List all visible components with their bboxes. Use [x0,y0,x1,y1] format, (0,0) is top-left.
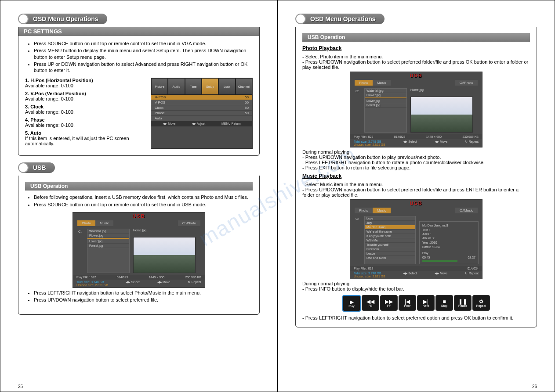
btn-label: Next [423,304,429,307]
stop-button[interactable]: ■Stop [435,295,453,311]
header-circle-icon [18,14,29,24]
next-icon: ▶| [423,299,428,304]
prev-icon: |◀ [405,299,410,304]
rewind-icon: ◀◀ [366,299,374,304]
file-row: Mu Dan Jiang [365,225,415,230]
osd-tab: Channel [236,78,252,95]
setting-desc: Available range: 0-100. [25,122,75,128]
bullet-item: Press SOURCE button on unit top or remot… [34,40,253,47]
file-row: Flower.jpg [87,234,129,238]
page-number-r: 26 [532,384,537,389]
page-number: 25 [18,384,23,389]
file-row: If only you're here [365,234,415,238]
filesize: 230.985 KB [462,135,479,138]
file-row: Forest.jpg [87,244,129,248]
file-row: We're all the same [365,230,415,234]
play-button[interactable]: ▶Play [342,295,361,312]
music-note-2: - Press LEFT/RIGHT navigation button to … [302,315,530,320]
unused-size: Unused size: 2.821 GB [354,275,385,278]
control-hint: ◀▶ Move [157,281,170,287]
photo-note: - Press LEFT/RIGHT navigation button to … [302,160,530,165]
preview-image [410,97,473,133]
music-playback-screenshot: USB Photo Music C:\Music C: Love July Mu… [350,199,482,279]
forward-icon: ▶▶ [385,299,393,304]
setting-title: 4. Phase [25,117,45,122]
playback-toolbar: ▶Play ◀◀FB ▶▶FF |◀Prev ▶|Next ■Stop ❚❚Pa… [302,295,530,312]
usb-tab: Music [373,80,391,86]
section-header-osd-r: OSD Menu Operations [295,14,537,24]
control-hint: ◀▶ Move [435,140,447,146]
music-note-1: - Press INFO button to display/hide the … [302,286,530,291]
preview-filename: Home.jpg [133,229,201,232]
music-playback-title: Music Playback [302,173,530,179]
play-info: Play File : 022 [76,276,96,279]
play-count: 014/023 [394,135,405,138]
fb-button[interactable]: ◀◀FB [362,295,379,311]
usb-tab: Music [95,220,113,226]
btn-label: FF [387,304,391,307]
control-hint: ↻ Repeat [465,140,479,146]
info-value: 2 [433,236,435,241]
music-intro-2: - Press UP/DOWN navigation button to sel… [302,187,530,198]
osd-value: 50 [245,101,249,104]
osd-tab: Time [185,78,202,95]
usb-tab: Music [373,208,391,213]
osd-label: Phase [155,111,165,115]
ff-button[interactable]: ▶▶FF [380,295,398,311]
play-count: 014/034 [468,267,479,270]
resolution: 1440 × 900 [426,135,442,138]
play-info: Play File : 022 [354,135,373,138]
file-row: Waterfall.jpg [365,89,406,93]
osd-footer-item: MENU Return [221,122,241,126]
usb-box: USB Operation Before following operation… [18,176,260,314]
preview-image [133,237,196,273]
play-info: Play File : 022 [354,267,373,270]
file-row: Lower.jpg [365,99,406,103]
osd-value: 50 [245,95,249,99]
resolution: 1440 × 900 [149,276,164,279]
info-label: Artist : [422,232,431,237]
control-hint: ◀▶ Select [126,281,139,287]
repeat-button[interactable]: ✿Repeat [472,295,490,311]
page-left: OSD Menu Operations PC SETTINGS Press SO… [0,0,278,392]
btn-label: Repeat [476,304,486,307]
stop-icon: ■ [443,299,446,304]
pause-button[interactable]: ❚❚Pause [454,295,472,311]
usb-path: C:\Music [455,208,478,213]
osd-label: H-POS [155,95,166,99]
photo-note: - Press EXIT button to return to file se… [302,165,530,170]
btn-label: Prev [404,304,410,307]
bullet-item: Press SOURCE button on unit top or remot… [34,201,253,208]
preview-filename: Home.jpg [410,88,479,91]
progress-bar [422,260,457,262]
header-title: OSD Menu Operations [24,14,107,24]
usb-tab: Photo [355,208,373,213]
file-row: July [365,221,415,225]
bullet-item: Press LEFT/RIGHT navigation button to se… [34,290,253,296]
section-header-usb: USB [18,162,260,173]
osd-label: Auto [155,116,162,120]
unused-size: Unused size: 2.821 GB [354,143,385,146]
during-label: During normal playing: [302,149,530,155]
music-intro-1: - Select Music item in the main menu. [302,182,530,187]
bullet-item: Press UP/DOWN navigation button to selec… [34,297,253,303]
file-row: Forest.jpg [365,103,406,108]
play-count: 014/023 [117,276,128,279]
file-row: Trouble yourself [365,243,415,247]
osd-tab: Audio [168,78,185,95]
usb-path: C:\Photo [455,80,478,86]
file-row: Leave [365,252,415,256]
info-label: Album : [422,236,433,241]
setting-title: 2. V-Pos (Vertical Position) [25,91,86,96]
osd-value: 50 [245,106,249,110]
btn-label: FB [369,304,373,307]
next-button[interactable]: ▶|Next [417,295,435,311]
setting-desc: Available range: 0-100. [25,96,75,101]
btn-label: Play [348,305,355,308]
osd-label: V-POS [155,101,165,104]
drive-label: C: [354,88,361,133]
prev-button[interactable]: |◀Prev [399,295,416,311]
osd-tab: Lock [218,78,235,95]
header-title-r: OSD Menu Operations [301,14,385,24]
unused-size: Unused size: 2.821 GB [76,284,108,287]
